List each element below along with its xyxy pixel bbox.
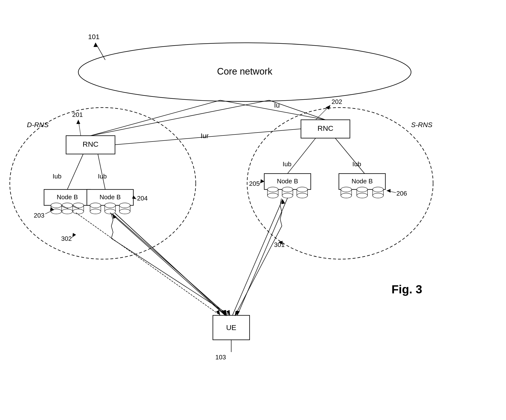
svg-point-43 — [90, 209, 101, 214]
svg-point-56 — [267, 193, 278, 198]
svg-line-88 — [113, 214, 228, 315]
svg-point-23 — [73, 203, 84, 208]
svg-line-82 — [76, 213, 220, 315]
diagram-container: Core network 101 D-RNS S-RNS RNC RNC 201 — [0, 0, 506, 420]
iur-label: Iur — [201, 132, 209, 140]
svg-line-90 — [115, 213, 226, 316]
node-b-204-label: Node B — [100, 193, 121, 201]
ref-203: 203 — [34, 212, 44, 219]
ref-103: 103 — [215, 354, 226, 361]
svg-point-62 — [373, 187, 383, 192]
ue-label: UE — [226, 323, 236, 332]
svg-line-92 — [237, 198, 288, 315]
svg-line-13 — [91, 100, 269, 136]
svg-point-60 — [341, 187, 352, 192]
svg-point-58 — [297, 193, 308, 198]
svg-line-18 — [288, 138, 316, 174]
ref-101: 101 — [88, 33, 100, 41]
ref-204: 204 — [137, 195, 148, 202]
svg-point-47 — [267, 187, 278, 192]
svg-point-31 — [62, 209, 73, 214]
svg-point-70 — [357, 193, 368, 198]
iub-left2-label: Iub — [98, 173, 107, 180]
svg-marker-10 — [325, 105, 330, 110]
svg-point-44 — [105, 209, 115, 214]
svg-point-36 — [119, 203, 130, 208]
svg-line-16 — [67, 154, 83, 189]
svg-line-12 — [220, 100, 325, 120]
svg-line-19 — [335, 138, 365, 174]
node-b-203-label: Node B — [57, 193, 78, 201]
fig-label: Fig. 3 — [391, 283, 422, 296]
ref-206: 206 — [396, 190, 407, 197]
svg-marker-99 — [281, 199, 285, 204]
ref-205: 205 — [249, 180, 260, 187]
iub-right2-label: Iub — [352, 160, 361, 168]
svg-line-14 — [91, 100, 220, 136]
svg-line-17 — [98, 154, 105, 189]
svg-point-49 — [297, 187, 308, 192]
iu-label: Iu — [274, 101, 280, 109]
svg-point-3 — [10, 108, 196, 259]
svg-point-34 — [90, 203, 101, 208]
iub-left1-label: Iub — [53, 173, 61, 180]
svg-point-21 — [51, 203, 62, 208]
svg-point-22 — [62, 203, 73, 208]
node-b-206-label: Node B — [352, 177, 373, 185]
ref-201: 201 — [72, 111, 83, 118]
svg-point-61 — [357, 187, 368, 192]
svg-point-45 — [119, 209, 130, 214]
svg-marker-81 — [387, 189, 391, 193]
svg-point-69 — [341, 193, 352, 198]
rnc-right-label: RNC — [318, 124, 334, 132]
svg-point-32 — [73, 209, 84, 214]
svg-point-71 — [373, 193, 383, 198]
rnc-left-label: RNC — [83, 140, 99, 148]
ref-202: 202 — [332, 98, 342, 105]
svg-line-86 — [110, 213, 225, 315]
node-b-205-label: Node B — [277, 177, 298, 185]
svg-point-48 — [282, 187, 293, 192]
svg-point-57 — [282, 193, 293, 198]
iub-right1-label: Iub — [283, 160, 291, 168]
core-network-label: Core network — [217, 66, 273, 77]
svg-line-98 — [232, 199, 283, 315]
s-rns-label: S-RNS — [411, 121, 432, 129]
svg-point-35 — [105, 203, 115, 208]
ref-302: 302 — [61, 235, 72, 242]
svg-marker-83 — [216, 310, 220, 315]
d-rns-label: D-RNS — [27, 121, 49, 129]
svg-marker-8 — [76, 120, 80, 124]
